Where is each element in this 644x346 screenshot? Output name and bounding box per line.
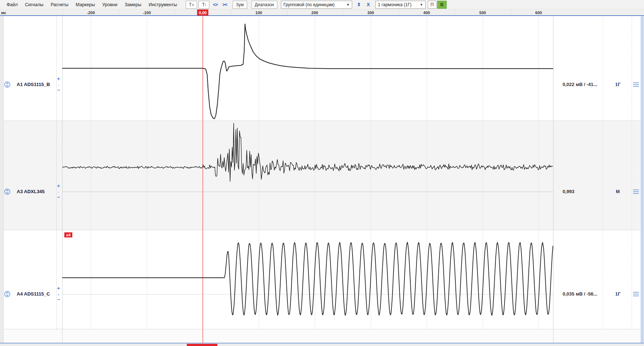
- channel-harmonic-label: 1Г: [601, 82, 634, 87]
- ti-sub: i: [205, 3, 206, 7]
- ruler-tick-label: 400: [423, 11, 430, 15]
- channel-band-a3[interactable]: [0, 121, 644, 230]
- ruler-minor-tick: [119, 9, 119, 15]
- harmonic-value: 1 гармоника (1Г): [378, 2, 411, 7]
- channel-label[interactable]: A1 ADS1115_B: [17, 82, 50, 87]
- gridline: [315, 16, 315, 329]
- t0-button[interactable]: To: [186, 1, 197, 9]
- time-cursor-line[interactable]: [202, 16, 203, 343]
- group-mode-dropdown[interactable]: Групповой (по единицам) ▼: [281, 1, 352, 9]
- zoom-button[interactable]: Зум: [233, 1, 247, 9]
- range-button[interactable]: Диапазон: [251, 1, 277, 9]
- t0-sub: o: [192, 3, 194, 7]
- band-separator: [0, 121, 644, 121]
- a4-zero-level-line[interactable]: [62, 294, 553, 294]
- ruler-minor-tick: [399, 9, 399, 15]
- expand-range-icon[interactable]: ><: [220, 1, 229, 9]
- ruler-minor-tick: [287, 9, 287, 15]
- menu-markers[interactable]: Маркеры: [72, 0, 98, 9]
- ruler-unit-label: мс: [1, 11, 6, 15]
- menu-signals[interactable]: Сигналы: [21, 0, 47, 9]
- ruler-minor-tick: [63, 9, 63, 15]
- ruler-tick-label: 100: [255, 11, 262, 15]
- gain-x4-badge[interactable]: x4: [64, 232, 72, 237]
- left-rail: [0, 16, 4, 343]
- ruler-minor-tick: [175, 9, 175, 15]
- channel-band-a4[interactable]: [0, 230, 644, 329]
- top-bar: Файл Сигналы Расчеты Маркеры Уровни Заме…: [0, 0, 644, 9]
- level-up-button[interactable]: +: [56, 286, 61, 290]
- ruler-tick-label: 200: [311, 11, 318, 15]
- a3-zero-level-line[interactable]: [62, 192, 553, 192]
- ti-button[interactable]: Ti: [198, 1, 209, 9]
- vertical-scrollbar-thumb[interactable]: [641, 16, 644, 343]
- ruler-tick-label: -200: [87, 11, 95, 15]
- channel-harmonic-label: 1Г: [601, 291, 634, 297]
- channel-harmonic-label: М: [601, 189, 634, 194]
- channel-reorder-icon[interactable]: [4, 188, 11, 195]
- gridline: [483, 16, 483, 329]
- ruler-minor-tick: [231, 9, 231, 15]
- p-toggle-button[interactable]: П: [428, 1, 436, 9]
- level-up-button[interactable]: +: [56, 184, 61, 188]
- v-toggle-button[interactable]: В: [437, 1, 447, 9]
- ruler-tick-label: -100: [143, 11, 151, 15]
- band-separator: [0, 329, 644, 329]
- ruler-tick-label: 300: [367, 11, 374, 15]
- harmonic-dropdown[interactable]: 1 гармоника (1Г) ▼: [375, 1, 426, 9]
- horizontal-scrollbar[interactable]: [0, 343, 644, 346]
- group-mode-value: Групповой (по единицам): [283, 2, 335, 7]
- right-panel-divider: [603, 16, 603, 329]
- plot-area: [0, 16, 644, 346]
- fit-vertical-icon[interactable]: ⇕: [354, 1, 363, 9]
- ruler-minor-tick: [455, 9, 455, 15]
- channel-label[interactable]: A4 ADS1115_C: [17, 291, 50, 297]
- level-down-button[interactable]: −: [56, 195, 61, 199]
- channel-reorder-icon[interactable]: [4, 81, 11, 88]
- horizontal-scrollbar-thumb[interactable]: [187, 344, 217, 346]
- ruler-minor-tick: [511, 9, 511, 15]
- toolbar: To Ti <> >< Зум Диапазон Групповой (по е…: [186, 1, 447, 9]
- cursor-time-badge[interactable]: 0,00: [197, 9, 208, 16]
- time-ruler[interactable]: мс -200-100100200300400500600 0,00: [0, 9, 644, 16]
- vertical-scrollbar[interactable]: [640, 16, 644, 343]
- collapse-range-icon[interactable]: <>: [211, 1, 220, 9]
- gridline: [91, 16, 91, 329]
- chevron-down-icon: ▼: [420, 3, 423, 7]
- ti-label: T: [202, 2, 205, 7]
- close-icon[interactable]: X: [364, 1, 373, 9]
- ruler-tick-label: 600: [535, 11, 542, 15]
- menu-bar: Файл Сигналы Расчеты Маркеры Уровни Заме…: [0, 0, 181, 9]
- plot-right-border: [553, 16, 554, 343]
- right-panel-divider: [632, 16, 632, 329]
- menu-levels[interactable]: Уровни: [98, 0, 121, 9]
- channel-band-a1[interactable]: [0, 16, 644, 121]
- ruler-tick-label: 500: [479, 11, 486, 15]
- menu-tools[interactable]: Инструменты: [145, 0, 181, 9]
- label-panel-divider: [56, 16, 57, 329]
- menu-file[interactable]: Файл: [3, 0, 21, 9]
- gridline: [259, 16, 259, 329]
- gridline: [371, 16, 371, 329]
- channel-reorder-icon[interactable]: [4, 291, 11, 297]
- gridline: [147, 16, 147, 329]
- menu-calculations[interactable]: Расчеты: [47, 0, 72, 9]
- level-down-button[interactable]: −: [56, 88, 61, 92]
- channel-menu-icon[interactable]: [633, 190, 639, 194]
- menu-measures[interactable]: Замеры: [121, 0, 145, 9]
- level-up-button[interactable]: +: [56, 77, 61, 81]
- channel-menu-icon[interactable]: [633, 82, 639, 87]
- chevron-down-icon: ▼: [346, 3, 350, 7]
- gridline: [427, 16, 427, 329]
- bottom-strip: [0, 329, 644, 343]
- gridline: [539, 16, 539, 329]
- level-down-button[interactable]: −: [56, 297, 61, 302]
- channel-menu-icon[interactable]: [633, 292, 639, 296]
- t0-label: T: [189, 2, 192, 7]
- channel-label[interactable]: A3 ADXL345: [17, 189, 45, 194]
- band-separator: [0, 230, 644, 230]
- ruler-minor-tick: [343, 9, 343, 15]
